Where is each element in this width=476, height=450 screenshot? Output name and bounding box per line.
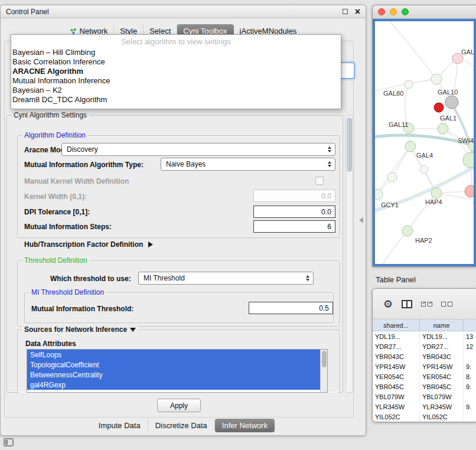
table-cell: 9. bbox=[464, 381, 476, 392]
table-cell: YLR345W bbox=[373, 402, 420, 412]
zoom-window-icon[interactable] bbox=[402, 8, 409, 15]
column-header[interactable] bbox=[464, 319, 476, 331]
network-graph[interactable]: GALGAL80GAL10GAL1GAL11SWI4GAL4GCY1HAP4YH… bbox=[375, 21, 474, 265]
close-panel-icon[interactable]: × bbox=[355, 7, 360, 17]
select-all-columns-icon[interactable] bbox=[421, 302, 432, 306]
table-cell: YBR045C bbox=[420, 381, 464, 392]
network-node-gal1[interactable] bbox=[438, 123, 448, 134]
mi-algorithm-type-value: Naive Bayes bbox=[166, 160, 206, 168]
column-header[interactable]: shared... bbox=[373, 319, 420, 331]
network-node-gal80[interactable] bbox=[405, 80, 413, 89]
network-icon bbox=[70, 28, 77, 35]
network-node[interactable] bbox=[431, 74, 442, 84]
network-node-label: HAP4 bbox=[425, 198, 442, 206]
table-cell: YBR043C bbox=[420, 351, 464, 361]
which-threshold-value: MI Threshold bbox=[144, 274, 185, 282]
splitter-collapse-icon[interactable] bbox=[359, 217, 363, 223]
dpi-tolerance-input[interactable]: 0.0 bbox=[253, 206, 335, 218]
mi-steps-label: Mutual Information Steps: bbox=[24, 223, 112, 231]
table-body: YDL19...YDL19...13YDR27...YDR27...12YBR0… bbox=[373, 331, 476, 422]
data-attribute-item[interactable]: SelfLoops bbox=[27, 350, 320, 360]
network-node[interactable] bbox=[420, 165, 428, 174]
algorithm-option[interactable]: Bayesian – Hill Climbing bbox=[11, 48, 341, 57]
panel-dock-icon[interactable] bbox=[4, 438, 14, 446]
hub-definition-expander[interactable]: Hub/Transcription Factor Definition bbox=[24, 240, 153, 249]
mi-algorithm-type-select[interactable]: Naive Bayes bbox=[161, 158, 335, 171]
table-cell: YBR045C bbox=[373, 381, 420, 392]
network-node-hap2[interactable] bbox=[402, 226, 413, 236]
table-cell: YIL052C bbox=[420, 412, 464, 422]
table-cell bbox=[464, 351, 476, 361]
panel-title: Control Panel bbox=[6, 8, 343, 16]
which-threshold-select[interactable]: MI Threshold bbox=[138, 272, 314, 285]
list-scrollbar[interactable] bbox=[320, 350, 327, 392]
algorithm-option[interactable]: Mutual Information Inference bbox=[11, 76, 341, 86]
network-node[interactable] bbox=[434, 103, 444, 112]
columns-icon[interactable] bbox=[402, 300, 412, 308]
algorithm-option[interactable]: Bayesian – K2 bbox=[11, 86, 341, 95]
table-row[interactable]: YER054CYER054C8. bbox=[373, 371, 476, 381]
close-window-icon[interactable] bbox=[378, 8, 385, 15]
table-cell: 12 bbox=[464, 341, 476, 351]
table-cell: YER054C bbox=[373, 371, 420, 381]
network-node-label: GAL4 bbox=[416, 152, 433, 159]
tab-infer-network[interactable]: Infer Network bbox=[215, 419, 275, 432]
data-attribute-item[interactable]: BetweennessCentrality bbox=[27, 370, 320, 380]
mi-steps-input[interactable]: 6 bbox=[253, 220, 335, 233]
minimize-window-icon[interactable] bbox=[390, 8, 397, 15]
table-cell: YBR043C bbox=[373, 351, 420, 361]
table-row[interactable]: YBR045CYBR045C9. bbox=[373, 381, 476, 392]
table-row[interactable]: YPR145WYPR145W9. bbox=[373, 361, 476, 371]
algorithm-dropdown-popup: Select algorithm to view settings Bayesi… bbox=[11, 34, 341, 109]
algorithm-option[interactable]: ARACNE Algorithm bbox=[11, 67, 341, 76]
network-node[interactable] bbox=[387, 172, 397, 182]
list-scrollbar-thumb[interactable] bbox=[322, 351, 327, 367]
table-cell: YLR345W bbox=[420, 402, 464, 412]
table-row[interactable]: YDL19...YDL19...13 bbox=[373, 331, 476, 341]
table-cell: YIL052C bbox=[373, 412, 420, 422]
table-row[interactable]: YIL052CYIL052C bbox=[373, 412, 476, 422]
hide-columns-icon[interactable] bbox=[441, 302, 452, 306]
table-cell: YDR27... bbox=[420, 341, 464, 351]
manual-kernel-checkbox[interactable] bbox=[315, 177, 324, 185]
gear-icon[interactable]: ⚙ bbox=[383, 299, 393, 309]
network-node-label: GAL80 bbox=[383, 90, 403, 97]
table-row[interactable]: YDR27...YDR27...12 bbox=[373, 341, 476, 351]
table-row[interactable]: YBL079WYBL079W bbox=[373, 392, 476, 402]
kernel-width-input[interactable]: 0.0 bbox=[253, 190, 335, 202]
tab-impute-data[interactable]: Impute Data bbox=[92, 419, 148, 432]
dropdown-items: Bayesian – Hill ClimbingBasic Correlatio… bbox=[11, 48, 341, 105]
network-node[interactable] bbox=[463, 152, 474, 168]
network-canvas[interactable]: GALGAL80GAL10GAL1GAL11SWI4GAL4GCY1HAP4YH… bbox=[373, 19, 476, 266]
mi-threshold-input[interactable]: 0.5 bbox=[249, 302, 333, 314]
data-attribute-item[interactable]: gal4RGexp bbox=[27, 380, 320, 390]
tab-discretize-data[interactable]: Discretize Data bbox=[148, 419, 215, 432]
float-window-icon[interactable] bbox=[343, 9, 348, 14]
mi-threshold-label: Mutual Information Threshold: bbox=[31, 305, 133, 313]
data-attributes-list: SelfLoopsTopologicalCoefficientBetweenne… bbox=[27, 349, 328, 393]
algorithm-option[interactable]: Basic Correlation Inference bbox=[11, 57, 341, 67]
expand-icon bbox=[148, 242, 153, 247]
table-row[interactable]: YBR043CYBR043C bbox=[373, 351, 476, 361]
settings-scrollbar-thumb[interactable] bbox=[347, 118, 352, 172]
data-attribute-item[interactable]: TopologicalCoefficient bbox=[27, 360, 320, 370]
aracne-mode-value: Discovery bbox=[67, 145, 98, 154]
network-node-gal10[interactable] bbox=[445, 96, 458, 109]
network-node-gal4[interactable] bbox=[405, 141, 416, 152]
table-row[interactable]: YLR345WYLR345W9. bbox=[373, 402, 476, 412]
algorithm-option[interactable]: Dream8 DC_TDC Algorithm bbox=[11, 95, 341, 105]
network-node-gcy1[interactable] bbox=[375, 189, 383, 200]
column-header[interactable]: name bbox=[420, 319, 464, 331]
network-node-label: GAL bbox=[461, 48, 474, 56]
combo-arrows-icon bbox=[304, 275, 313, 281]
network-node-hap4[interactable] bbox=[431, 188, 442, 198]
apply-button[interactable]: Apply bbox=[157, 399, 201, 412]
aracne-mode-select[interactable]: Discovery bbox=[61, 143, 335, 156]
settings-scrollbar[interactable] bbox=[345, 115, 353, 393]
collapse-icon bbox=[130, 328, 136, 332]
network-node[interactable] bbox=[465, 185, 474, 197]
data-attributes-items: SelfLoopsTopologicalCoefficientBetweenne… bbox=[27, 350, 320, 390]
sources-group-toggle[interactable]: Sources for Network Inference bbox=[22, 325, 138, 334]
table-cell bbox=[464, 412, 476, 422]
network-node-label: GAL10 bbox=[438, 89, 458, 96]
